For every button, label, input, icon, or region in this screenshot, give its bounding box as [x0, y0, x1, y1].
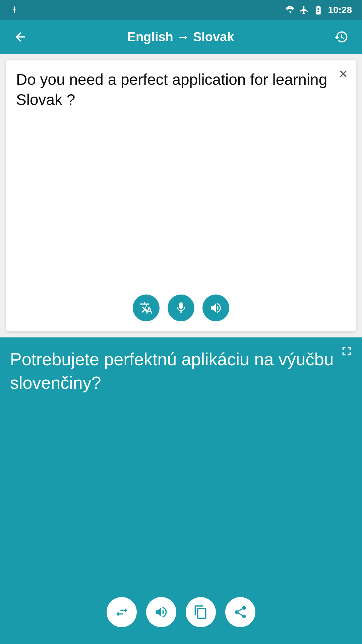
target-speaker-button[interactable]	[146, 597, 176, 627]
target-panel: Potrebujete perfektnú aplikáciu na výučb…	[0, 337, 362, 644]
speaker-button[interactable]	[202, 294, 229, 321]
status-bar: 10:28	[0, 0, 362, 20]
translate-button[interactable]	[133, 294, 160, 321]
target-text: Potrebujete perfektnú aplikáciu na výučb…	[10, 347, 352, 590]
copy-button[interactable]	[186, 597, 216, 627]
source-actions	[16, 288, 346, 325]
close-button[interactable]: ×	[339, 66, 348, 81]
wifi-icon	[285, 5, 295, 15]
status-left	[10, 6, 19, 14]
main-content: × Do you need a perfect application for …	[0, 54, 362, 644]
swap-icon	[114, 605, 129, 620]
battery-icon	[313, 5, 324, 15]
swap-button[interactable]	[107, 597, 137, 627]
microphone-button[interactable]	[168, 294, 194, 321]
source-panel: × Do you need a perfect application for …	[6, 60, 356, 331]
back-button[interactable]	[10, 26, 31, 47]
translate-icon	[139, 301, 153, 315]
share-icon	[233, 605, 248, 620]
airplane-icon	[299, 5, 309, 15]
volume-icon	[209, 301, 223, 315]
microphone-icon	[174, 301, 188, 315]
target-volume-icon	[154, 605, 169, 620]
copy-icon	[193, 605, 208, 620]
source-text: Do you need a perfect application for le…	[16, 70, 346, 288]
accessibility-icon	[10, 6, 19, 14]
history-button[interactable]	[330, 26, 352, 48]
share-button[interactable]	[225, 597, 255, 627]
status-icons: 10:28	[285, 5, 352, 15]
app-bar-title: English → Slovak	[127, 30, 234, 44]
expand-button[interactable]	[340, 344, 354, 361]
status-time: 10:28	[328, 5, 352, 15]
target-actions	[10, 590, 352, 637]
expand-icon	[340, 344, 354, 358]
app-bar: English → Slovak	[0, 20, 362, 54]
